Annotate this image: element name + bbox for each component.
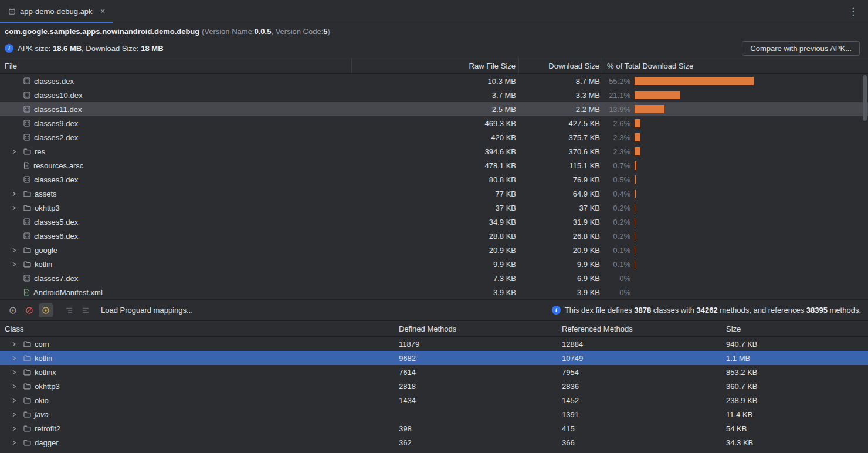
apk-size-row: i APK size: 18.6 MB, Download Size: 18 M…	[0, 39, 868, 58]
chevron-right-icon[interactable]	[8, 412, 20, 417]
info-icon: i	[552, 306, 561, 315]
file-table-row[interactable]: AndroidManifest.xml3.9 KB3.9 KB0%	[0, 285, 868, 299]
chevron-right-icon[interactable]	[8, 356, 20, 361]
apk-size-label: APK size:	[18, 44, 53, 53]
more-options-icon[interactable]: ⋮	[839, 5, 868, 18]
raw-file-size: 420 KB	[352, 133, 519, 142]
class-name-cell: kotlinx	[5, 368, 399, 377]
show-removed-nodes-icon[interactable]	[22, 303, 36, 317]
chevron-right-icon[interactable]	[8, 426, 20, 431]
chevron-right-icon[interactable]	[8, 342, 20, 347]
class-table-row[interactable]: okhttp328182836360.7 KB	[0, 379, 868, 393]
chevron-right-icon[interactable]	[8, 384, 20, 389]
tab-apk-file[interactable]: app-demo-debug.apk ✕	[0, 0, 113, 23]
file-table-row[interactable]: classes.dex10.3 MB8.7 MB55.2%	[0, 74, 868, 88]
file-name: classes5.dex	[34, 218, 78, 226]
dex-file-icon	[23, 232, 30, 239]
class-table-row[interactable]: java139111.4 KB	[0, 407, 868, 421]
package-name: com.google.samples.apps.nowinandroid.dem…	[5, 27, 199, 36]
file-table-row[interactable]: kotlin9.9 KB9.9 KB0.1%	[0, 257, 868, 271]
column-header-class[interactable]: Class	[5, 324, 399, 333]
chevron-right-icon[interactable]	[8, 398, 20, 403]
class-name: com	[35, 340, 49, 349]
class-size: 54 KB	[726, 424, 868, 433]
class-table-row[interactable]: kotlinx76147954853.2 KB	[0, 365, 868, 379]
dex-file-icon	[23, 106, 30, 113]
file-name: okhttp3	[35, 204, 60, 212]
referenced-methods: 10749	[562, 354, 726, 363]
class-table-row[interactable]: com1187912884940.7 KB	[0, 337, 868, 351]
column-header-file[interactable]: File	[0, 58, 352, 73]
download-size: 37 KB	[519, 204, 601, 212]
chevron-right-icon[interactable]	[8, 248, 20, 253]
class-table-row[interactable]: okio14341452238.9 KB	[0, 393, 868, 407]
pct-bar-cell	[632, 204, 868, 212]
column-header-size[interactable]: Size	[726, 324, 868, 333]
file-table-row[interactable]: classes3.dex80.8 KB76.9 KB0.5%	[0, 173, 868, 187]
expand-all-icon[interactable]	[62, 303, 76, 317]
class-name-cell: okio	[5, 396, 399, 405]
column-header-download-size[interactable]: Download Size	[519, 58, 601, 73]
version-label: (Version Name:	[202, 27, 255, 36]
class-size: 1.1 MB	[726, 354, 868, 363]
dex-file-icon	[23, 176, 30, 183]
pct-bar	[635, 161, 636, 170]
column-header-defined-methods[interactable]: Defined Methods	[399, 324, 562, 333]
scrollbar-thumb[interactable]	[863, 75, 867, 121]
file-table-row[interactable]: classes9.dex469.3 KB427.5 KB2.6%	[0, 116, 868, 130]
load-proguard-mappings-link[interactable]: Load Proguard mappings...	[101, 306, 193, 315]
chevron-right-icon[interactable]	[8, 205, 20, 211]
show-fields-icon[interactable]	[6, 303, 20, 317]
close-tab-icon[interactable]: ✕	[100, 8, 106, 15]
classes-count: 3878	[634, 306, 651, 315]
chevron-right-icon[interactable]	[8, 370, 20, 375]
file-name-cell: google	[0, 246, 352, 255]
dex-summary-text: This dex file defines 3878 classes with …	[565, 306, 861, 315]
column-header-raw-file-size[interactable]: Raw File Size	[352, 58, 519, 73]
compare-previous-apk-button[interactable]: Compare with previous APK...	[742, 41, 860, 56]
package-info-row: com.google.samples.apps.nowinandroid.dem…	[0, 23, 868, 39]
column-header-referenced-methods[interactable]: Referenced Methods	[562, 324, 726, 333]
download-size: 6.9 KB	[519, 274, 601, 283]
class-table-row[interactable]: retrofit239841554 KB	[0, 421, 868, 435]
file-name: AndroidManifest.xml	[33, 288, 103, 297]
file-table-row[interactable]: okhttp337 KB37 KB0.2%	[0, 201, 868, 215]
pct-of-total: 2.6%	[601, 119, 632, 128]
pct-bar-cell	[632, 260, 868, 268]
collapse-all-icon[interactable]	[79, 303, 93, 317]
file-table-row[interactable]: assets77 KB64.9 KB0.4%	[0, 187, 868, 201]
column-header-pct-of-total[interactable]: % of Total Download Size	[601, 58, 868, 73]
package-folder-icon	[23, 397, 31, 404]
apk-analyzer-window: app-demo-debug.apk ✕ ⋮ com.google.sample…	[0, 0, 868, 453]
file-table-row[interactable]: resources.arsc478.1 KB115.1 KB0.7%	[0, 158, 868, 173]
file-name: classes.dex	[34, 77, 74, 86]
pct-bar	[635, 119, 640, 127]
referenced-methods: 7954	[562, 368, 726, 377]
class-table-row[interactable]: kotlin9682107491.1 MB	[0, 351, 868, 365]
folder-file-icon	[23, 247, 31, 253]
chevron-right-icon[interactable]	[8, 262, 20, 267]
package-folder-icon	[23, 341, 31, 347]
file-table-row[interactable]: classes7.dex7.3 KB6.9 KB0%	[0, 271, 868, 285]
chevron-right-icon[interactable]	[8, 149, 20, 154]
file-table-row[interactable]: classes2.dex420 KB375.7 KB2.3%	[0, 130, 868, 144]
folder-file-icon	[23, 205, 31, 211]
class-table-row[interactable]: dagger36236634.3 KB	[0, 435, 868, 449]
download-size: 3.9 KB	[519, 288, 601, 297]
raw-file-size: 20.9 KB	[352, 246, 519, 255]
dex-file-icon	[23, 92, 30, 99]
chevron-right-icon[interactable]	[8, 191, 20, 197]
version-code-label: , Version Code:	[271, 27, 323, 36]
file-table-row[interactable]: classes10.dex3.7 MB3.3 MB21.1%	[0, 88, 868, 102]
file-table-row[interactable]: res394.6 KB370.6 KB2.3%	[0, 144, 868, 158]
file-table-row[interactable]: classes11.dex2.5 MB2.2 MB13.9%	[0, 102, 868, 116]
file-table-row[interactable]: google20.9 KB20.9 KB0.1%	[0, 243, 868, 257]
chevron-right-icon[interactable]	[8, 440, 20, 445]
folder-file-icon	[23, 261, 31, 268]
folder-file-icon	[23, 148, 31, 155]
file-table-row[interactable]: classes6.dex28.8 KB26.8 KB0.2%	[0, 229, 868, 243]
file-table-row[interactable]: classes5.dex34.9 KB31.9 KB0.2%	[0, 215, 868, 229]
pct-of-total: 0%	[601, 288, 632, 297]
download-size: 26.8 KB	[519, 232, 601, 241]
show-referenced-nodes-icon[interactable]	[39, 303, 53, 317]
